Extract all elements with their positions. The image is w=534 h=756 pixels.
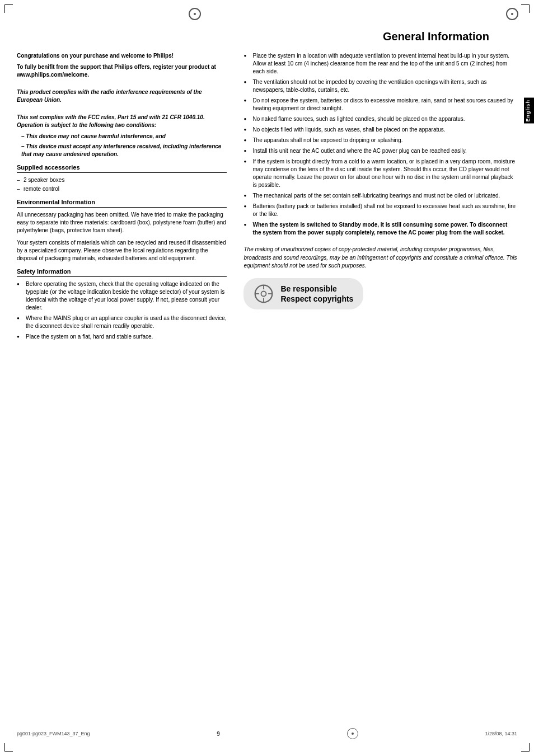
list-item: No objects filled with liquids, such as … [243, 126, 517, 134]
responsible-line2: Respect copyrights [280, 294, 353, 304]
environmental-para2: Your system consists of materials which … [17, 239, 227, 262]
list-item: Batteries (battery pack or batteries ins… [243, 203, 517, 218]
fcc-notice-text: This set complies with the FCC rules, Pa… [17, 114, 227, 129]
bottom-page-num: 9 [217, 731, 220, 737]
safety-heading: Safety Information [17, 268, 227, 277]
list-item: remote control [17, 185, 227, 193]
environmental-heading: Environmental Information [17, 199, 227, 208]
fcc-dash1: – This device may not cause harmful inte… [17, 133, 227, 140]
list-item: Install this unit near the AC outlet and… [243, 147, 517, 155]
list-item: Place the system on a flat, hard and sta… [17, 333, 227, 341]
list-item: The mechanical parts of the set contain … [243, 192, 517, 200]
top-decoration [0, 0, 534, 25]
supplied-accessories-list: 2 speaker boxes remote control [17, 176, 227, 193]
list-item: Where the MAINS plug or an appliance cou… [17, 314, 227, 330]
responsible-icon [254, 284, 274, 304]
bottom-date-text: 1/28/08, 14:31 [485, 731, 517, 736]
intro-line2: To fully benifit from the support that P… [17, 63, 227, 79]
language-tab: English [524, 98, 534, 124]
responsible-text: Be responsible Respect copyrights [280, 284, 353, 304]
bottom-crosshair [347, 728, 358, 739]
list-item: No naked flame sources, such as lighted … [243, 115, 517, 123]
radio-notice: This product complies with the radio int… [17, 88, 227, 104]
responsible-box: Be responsible Respect copyrights [243, 278, 363, 309]
crosshair-left [189, 8, 201, 20]
safety-list: Before operating the system, check that … [17, 280, 227, 341]
corner-mark-br [521, 743, 530, 752]
supplied-accessories-heading: Supplied accessories [17, 164, 227, 173]
copyright-text: The making of unauthorized copies of cop… [243, 246, 517, 270]
list-item: When the system is switched to Standby m… [243, 221, 517, 237]
left-column: Congratulations on your purchase and wel… [17, 52, 227, 344]
list-item: 2 speaker boxes [17, 176, 227, 184]
list-item: Do not expose the system, batteries or d… [243, 97, 517, 112]
corner-mark-bl [4, 743, 13, 752]
bottom-bar: pg001-pg023_FWM143_37_Eng 9 1/28/08, 14:… [0, 728, 534, 739]
list-item: The ventilation should not be impeded by… [243, 78, 517, 94]
intro-line1: Congratulations on your purchase and wel… [17, 52, 227, 60]
list-item: If the system is brought directly from a… [243, 158, 517, 189]
responsible-line1: Be responsible [280, 284, 353, 294]
bottom-left-text: pg001-pg023_FWM143_37_Eng [17, 731, 90, 736]
page-title: General Information [17, 30, 517, 43]
right-bullet-list: Place the system in a location with adeq… [243, 52, 517, 237]
two-column-layout: Congratulations on your purchase and wel… [17, 52, 517, 344]
main-content: General Information Congratulations on y… [0, 25, 534, 355]
list-item: The apparatus shall not be exposed to dr… [243, 137, 517, 144]
list-item: Place the system in a location with adeq… [243, 52, 517, 76]
list-item: Before operating the system, check that … [17, 280, 227, 312]
right-column: Place the system in a location with adeq… [238, 52, 517, 344]
crosshair-right [506, 8, 518, 20]
environmental-para1: All unnecessary packaging has been omitt… [17, 211, 227, 234]
fcc-dash2: – This device must accept any interferen… [17, 143, 227, 158]
svg-point-1 [261, 291, 266, 296]
